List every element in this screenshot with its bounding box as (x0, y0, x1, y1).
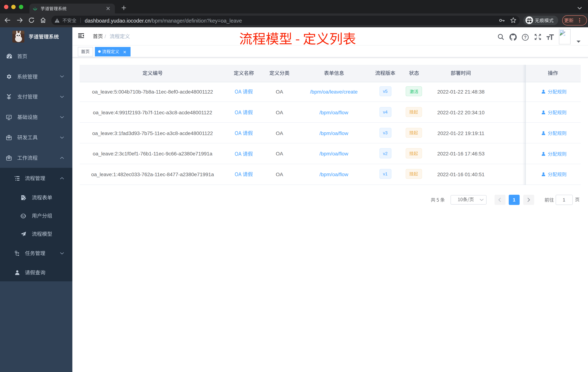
svg-text:?: ? (524, 35, 526, 40)
